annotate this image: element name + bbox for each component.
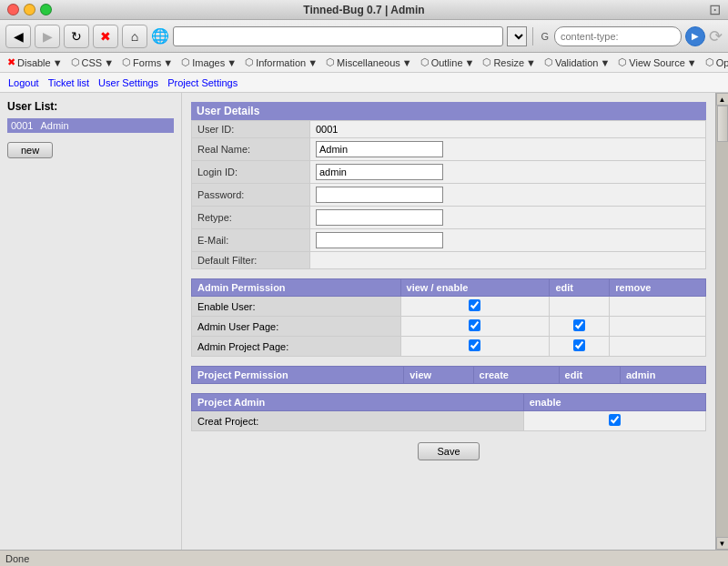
stop-button[interactable]: ✖ [93,25,118,48]
maximize-button[interactable] [40,4,52,15]
col-view-enable: view / enable [400,279,550,297]
miscellaneous-arrow: ▼ [402,57,412,68]
admin-project-page-view [400,337,550,357]
col-enable: enable [523,394,705,411]
forward-button[interactable]: ▶ [35,25,60,48]
new-user-button[interactable]: new [7,142,53,158]
creat-project-label: Creat Project: [192,411,524,431]
options-label: Opt [716,57,728,68]
creat-project-enable [523,411,705,431]
field-label: Login ID: [192,161,310,184]
scroll-down-button[interactable]: ▼ [716,537,729,550]
col-edit: edit [550,279,610,297]
email-input[interactable] [316,232,443,248]
outline-arrow: ▼ [465,57,475,68]
logout-link[interactable]: Logout [5,76,42,89]
col-create: create [473,367,559,384]
webdev-viewsource[interactable]: ⬡ View Source ▼ [614,56,700,69]
scroll-thumb[interactable] [717,106,728,142]
col-remove: remove [610,279,706,297]
field-value [310,229,706,252]
project-settings-link[interactable]: Project Settings [165,76,240,89]
admin-user-page-edit-check[interactable] [573,319,585,331]
minimize-button[interactable] [24,4,35,15]
close-button[interactable] [7,4,19,15]
options-icon: ⬡ [705,56,714,68]
search-input[interactable] [554,26,682,46]
field-value [310,207,706,229]
project-perm-header: Project Permission [192,367,404,384]
save-row: Save [191,442,706,460]
col-edit2: edit [559,367,620,384]
sidebar-title: User List: [7,100,174,113]
forms-label: Forms [133,57,161,68]
user-details-table: User ID: 0001 Real Name: Login ID: Passw… [191,120,706,269]
retype-input[interactable] [316,209,443,226]
webdev-outline[interactable]: ⬡ Outline ▼ [417,56,479,69]
field-label: Retype: [192,207,310,229]
creat-project-check[interactable] [609,414,621,426]
refresh-button[interactable]: ↻ [64,25,89,48]
webdev-miscellaneous[interactable]: ⬡ Miscellaneous ▼ [322,56,416,69]
outline-label: Outline [431,57,463,68]
user-list-item[interactable]: 0001 Admin [7,118,174,133]
user-details-header: User Details [191,102,706,120]
search-go-button[interactable]: ▶ [685,26,705,46]
field-label: Password: [192,184,310,207]
information-icon: ⬡ [245,56,254,68]
col-view: view [404,367,473,384]
window-controls[interactable] [7,4,52,15]
miscellaneous-label: Miscellaneous [337,57,400,68]
webdev-resize[interactable]: ⬡ Resize ▼ [479,56,540,69]
admin-user-page-view-check[interactable] [469,319,480,331]
sidebar: User List: 0001 Admin new [0,93,182,550]
save-button[interactable]: Save [418,442,479,460]
miscellaneous-icon: ⬡ [326,56,335,68]
admin-project-page-view-check[interactable] [469,339,480,351]
scroll-up-button[interactable]: ▲ [716,93,729,106]
admin-perm-header: Admin Permission [192,279,401,297]
webdev-forms[interactable]: ⬡ Forms ▼ [118,56,177,69]
status-text: Done [5,553,29,564]
table-row: Retype: [192,207,706,229]
main-area: User List: 0001 Admin new User Details U… [0,93,728,550]
user-settings-link[interactable]: User Settings [96,76,161,89]
webdev-toolbar: ✖ Disable ▼ ⬡ CSS ▼ ⬡ Forms ▼ ⬡ Images ▼… [0,53,728,73]
scrollbar[interactable]: ▲ ▼ [715,93,728,550]
content-panel: User Details User ID: 0001 Real Name: Lo… [182,93,715,550]
admin-project-page-remove [610,337,706,357]
real-name-input[interactable] [316,141,443,157]
webdev-css[interactable]: ⬡ CSS ▼ [67,56,118,69]
ticket-list-link[interactable]: Ticket list [46,76,92,89]
webdev-information[interactable]: ⬡ Information ▼ [241,56,321,69]
home-button[interactable]: ⌂ [122,25,147,48]
back-button[interactable]: ◀ [5,25,31,48]
table-row: Login ID: [192,161,706,184]
admin-user-page-view [400,317,550,337]
password-input[interactable] [316,187,443,203]
field-value: 0001 [310,121,706,138]
field-value [310,252,706,269]
url-dropdown[interactable] [507,26,527,46]
table-row: Password: [192,184,706,207]
webdev-options[interactable]: ⬡ Opt [702,56,728,69]
login-id-input[interactable] [316,164,443,180]
col-admin: admin [620,367,705,384]
url-bar[interactable] [173,26,503,46]
images-label: Images [192,57,225,68]
resize-icon: ⊡ [709,1,721,18]
status-bar: Done [0,550,728,566]
search-icon: G [539,31,551,42]
admin-project-page-edit-check[interactable] [573,339,585,351]
webdev-images[interactable]: ⬡ Images ▼ [177,56,240,69]
scroll-track [716,106,729,537]
webdev-validation[interactable]: ⬡ Validation ▼ [541,56,613,69]
viewsource-arrow: ▼ [687,57,697,68]
enable-user-view-check[interactable] [469,299,480,311]
titlebar: Tinned-Bug 0.7 | Admin ⊡ [0,0,728,20]
webdev-disable[interactable]: ✖ Disable ▼ [4,56,66,69]
admin-project-page-label: Admin Project Page: [192,337,401,357]
css-label: CSS [82,57,103,68]
field-label: E-Mail: [192,229,310,252]
table-row: Enable User: [192,297,706,317]
